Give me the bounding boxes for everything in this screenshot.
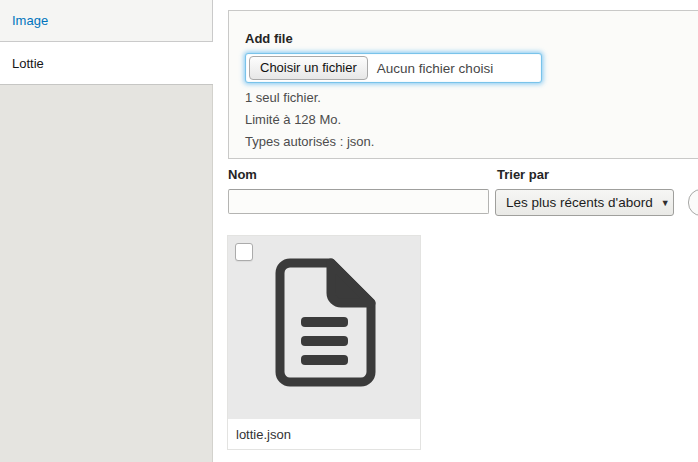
media-library-modal: Image Lottie Add file Choisir un fichier… bbox=[0, 0, 698, 462]
apply-button-partial[interactable] bbox=[688, 189, 698, 216]
media-thumbnail bbox=[228, 236, 420, 419]
upload-help-max-files: 1 seul fichier. bbox=[245, 87, 683, 109]
name-filter-input[interactable] bbox=[228, 189, 489, 214]
sort-select[interactable]: Les plus récents d'abord ▼ bbox=[495, 189, 674, 216]
sort-select-value: Les plus récents d'abord bbox=[506, 195, 653, 210]
add-file-label: Add file bbox=[245, 31, 683, 46]
select-media-checkbox[interactable] bbox=[235, 243, 253, 261]
file-upload-input[interactable]: Choisir un fichier Aucun fichier choisi bbox=[245, 53, 542, 83]
sidebar-item-image[interactable]: Image bbox=[0, 0, 213, 42]
sidebar-item-label: Image bbox=[12, 13, 48, 28]
document-icon bbox=[272, 258, 376, 388]
upload-help-max-size: Limité à 128 Mo. bbox=[245, 109, 683, 131]
add-file-panel: Add file Choisir un fichier Aucun fichie… bbox=[228, 10, 698, 159]
sidebar-background bbox=[0, 85, 213, 462]
chevron-down-icon: ▼ bbox=[661, 198, 670, 208]
file-status-text: Aucun fichier choisi bbox=[377, 61, 493, 76]
sidebar-item-lottie[interactable]: Lottie bbox=[0, 42, 213, 85]
sort-filter-label: Trier par bbox=[497, 167, 549, 182]
media-item-card[interactable]: lottie.json bbox=[227, 235, 421, 450]
choose-file-button[interactable]: Choisir un fichier bbox=[249, 56, 368, 80]
media-filename: lottie.json bbox=[228, 419, 420, 449]
sidebar-item-label: Lottie bbox=[12, 56, 44, 71]
upload-help-allowed-types: Types autorisés : json. bbox=[245, 131, 683, 153]
name-filter-label: Nom bbox=[228, 167, 257, 182]
